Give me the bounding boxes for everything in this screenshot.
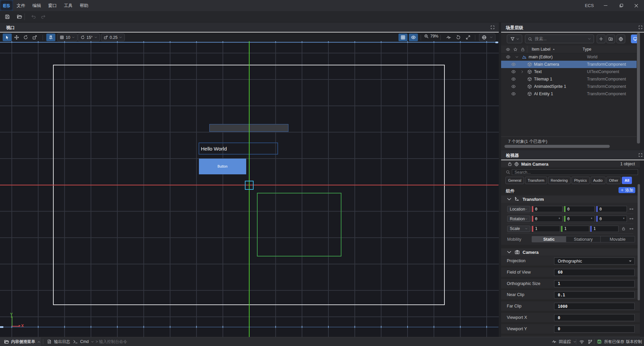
expander-chevron-down-icon[interactable] bbox=[515, 55, 519, 59]
menu-item[interactable]: 帮助 bbox=[76, 0, 92, 11]
mobility-option-movable[interactable]: Movable bbox=[601, 236, 635, 242]
branch-button[interactable] bbox=[588, 339, 593, 344]
inspector-tab-audio[interactable]: Audio bbox=[591, 177, 605, 184]
inspector-tab-physics[interactable]: Physics bbox=[572, 177, 590, 184]
world-mode-dropdown[interactable] bbox=[479, 34, 495, 41]
select-tool-button[interactable] bbox=[3, 34, 12, 41]
scale-tool-button[interactable] bbox=[30, 34, 39, 41]
scale-x-field[interactable]: 1 bbox=[532, 226, 560, 232]
menu-item[interactable]: 文件 bbox=[13, 0, 29, 11]
eye-icon[interactable] bbox=[506, 47, 510, 52]
inspector-tab-rendering[interactable]: Rendering bbox=[548, 177, 571, 184]
output-log-button[interactable]: 输出日志 bbox=[47, 339, 70, 345]
camera-gizmo[interactable] bbox=[245, 181, 254, 190]
visibility-eye-icon[interactable] bbox=[506, 55, 511, 59]
visibility-eye-icon[interactable] bbox=[511, 84, 516, 89]
hierarchy-vertical-scrollbar[interactable] bbox=[637, 33, 640, 143]
add-entity-button[interactable] bbox=[597, 35, 605, 43]
move-tool-button[interactable] bbox=[12, 34, 21, 41]
scene-button-object[interactable]: Button bbox=[199, 159, 246, 174]
reset-view-button[interactable] bbox=[454, 34, 463, 41]
hierarchy-row[interactable]: TextUITextComponent bbox=[501, 68, 637, 75]
hierarchy-row[interactable]: Tilemap 1TransformComponent bbox=[501, 75, 637, 83]
save-status[interactable]: 所有已保存 bbox=[597, 339, 624, 345]
rotation-label-dropdown[interactable]: Rotation bbox=[507, 216, 530, 222]
field-of-view-field[interactable]: 60 bbox=[554, 269, 635, 276]
viewport-canvas[interactable]: Hello World Button Y X bbox=[0, 43, 499, 337]
rotation-y-field[interactable]: 0° bbox=[564, 216, 595, 222]
unlock-icon[interactable] bbox=[507, 162, 512, 166]
viewport-x-field[interactable]: 0 bbox=[554, 314, 635, 321]
filter-button[interactable] bbox=[507, 35, 522, 43]
inspector-tab-other[interactable]: Other bbox=[606, 177, 621, 184]
scene-text-object[interactable]: Hello World bbox=[199, 142, 278, 155]
cmd-dropdown[interactable]: Cmd bbox=[73, 339, 94, 344]
rotate-tool-button[interactable] bbox=[21, 34, 30, 41]
settings-button[interactable] bbox=[616, 35, 625, 43]
viewport-ruler-top[interactable] bbox=[0, 41, 499, 43]
zoom-control[interactable]: 79% bbox=[424, 34, 438, 39]
orthographic-size-field[interactable]: 1 bbox=[554, 280, 635, 287]
star-icon[interactable] bbox=[513, 47, 518, 52]
link-values-icon[interactable] bbox=[629, 227, 634, 231]
scale-label-dropdown[interactable]: Scale bbox=[507, 226, 530, 232]
app-logo[interactable]: ES bbox=[0, 0, 13, 11]
hierarchy-row[interactable]: main (Editor)World bbox=[501, 53, 637, 61]
inspector-tab-all[interactable]: All bbox=[622, 177, 632, 184]
scale-z-field[interactable]: 1 bbox=[590, 226, 619, 232]
transform-section-header[interactable]: Transform bbox=[501, 195, 640, 203]
viewport-expand-icon[interactable] bbox=[490, 25, 495, 30]
gear-icon[interactable] bbox=[514, 162, 519, 166]
add-component-button[interactable]: 添加 bbox=[619, 187, 635, 193]
menu-item[interactable]: 编辑 bbox=[29, 0, 45, 11]
location-y-field[interactable]: 0 bbox=[564, 206, 595, 212]
link-values-icon[interactable] bbox=[629, 207, 634, 211]
hierarchy-horizontal-scrollbar[interactable] bbox=[504, 145, 610, 148]
visibility-toggle-button[interactable] bbox=[409, 34, 418, 41]
trace-dropdown[interactable]: 回追踪 bbox=[552, 339, 576, 345]
undo-button[interactable] bbox=[31, 14, 36, 19]
link-values-icon[interactable] bbox=[629, 217, 634, 221]
minimize-button[interactable] bbox=[600, 0, 610, 11]
snap-tool-button[interactable] bbox=[46, 34, 55, 41]
save-button[interactable] bbox=[5, 14, 10, 19]
visibility-eye-icon[interactable] bbox=[511, 62, 516, 67]
inspector-search-input[interactable]: Search... bbox=[512, 169, 638, 175]
scale-y-field[interactable]: 1 bbox=[561, 226, 589, 232]
network-status-button[interactable] bbox=[579, 339, 584, 344]
location-z-field[interactable]: 0 bbox=[596, 206, 627, 212]
column-header-type[interactable]: Type bbox=[583, 47, 591, 52]
expander-chevron-right-icon[interactable] bbox=[521, 70, 524, 73]
close-button[interactable] bbox=[631, 0, 641, 11]
rotation-z-field[interactable]: 0° bbox=[596, 216, 627, 222]
maximize-button[interactable] bbox=[616, 0, 626, 11]
version-control-button[interactable]: 版本控制 bbox=[626, 339, 642, 345]
hierarchy-row[interactable]: AI Entity 1TransformComponent bbox=[501, 90, 637, 98]
redo-button[interactable] bbox=[41, 14, 46, 19]
scale-snap-dropdown[interactable]: 0.25 bbox=[101, 34, 125, 41]
content-drawer-button[interactable]: 内容侧滑菜单 bbox=[0, 338, 41, 346]
grid-snap-dropdown[interactable]: 10 bbox=[57, 34, 77, 41]
hierarchy-search-input[interactable]: 搜索... bbox=[525, 35, 594, 43]
mobility-option-stationary[interactable]: Stationary bbox=[566, 236, 600, 242]
rotate-snap-dropdown[interactable]: 15° bbox=[78, 34, 100, 41]
location-label-dropdown[interactable]: Location bbox=[507, 206, 530, 212]
inspector-tab-transform[interactable]: Transform bbox=[525, 177, 547, 184]
visibility-eye-icon[interactable] bbox=[511, 77, 516, 81]
unlock-icon[interactable] bbox=[622, 227, 626, 231]
column-header-item-label[interactable]: Item Label bbox=[527, 47, 583, 52]
inspector-vertical-scrollbar[interactable] bbox=[638, 184, 640, 300]
ruler-handle[interactable] bbox=[0, 326, 3, 328]
location-x-field[interactable]: 0 bbox=[532, 206, 562, 212]
rotation-x-field[interactable]: 0° bbox=[532, 216, 562, 222]
menu-item[interactable]: 工具 bbox=[60, 0, 76, 11]
lock-icon[interactable] bbox=[521, 47, 525, 52]
viewport-y-field[interactable]: 0 bbox=[554, 326, 635, 333]
visibility-eye-icon[interactable] bbox=[511, 69, 516, 74]
fit-view-button[interactable] bbox=[464, 34, 473, 41]
menu-item[interactable]: 窗口 bbox=[45, 0, 60, 11]
mobility-option-static[interactable]: Static bbox=[532, 236, 566, 242]
hierarchy-expand-icon[interactable] bbox=[638, 25, 643, 30]
console-command-input[interactable]: > 输入控制台命令 bbox=[96, 339, 127, 345]
near-clip-field[interactable]: 0.1 bbox=[554, 291, 635, 298]
